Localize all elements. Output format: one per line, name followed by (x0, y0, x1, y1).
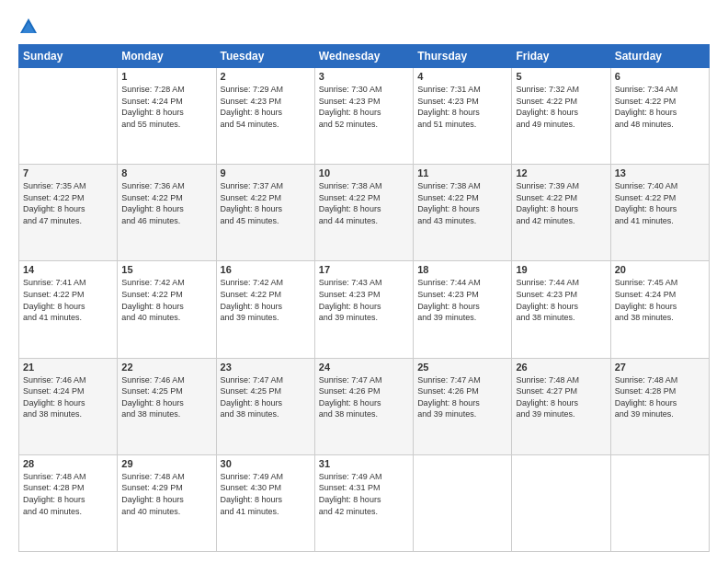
day-number: 26 (516, 362, 606, 373)
day-cell: 12Sunrise: 7:39 AM Sunset: 4:22 PM Dayli… (512, 165, 610, 261)
day-info: Sunrise: 7:42 AM Sunset: 4:22 PM Dayligh… (121, 277, 211, 323)
day-cell: 2Sunrise: 7:29 AM Sunset: 4:23 PM Daylig… (216, 68, 314, 165)
day-info: Sunrise: 7:44 AM Sunset: 4:23 PM Dayligh… (417, 277, 507, 323)
day-number: 1 (121, 71, 211, 82)
day-number: 23 (221, 362, 311, 373)
day-cell: 13Sunrise: 7:40 AM Sunset: 4:22 PM Dayli… (610, 165, 709, 261)
day-info: Sunrise: 7:34 AM Sunset: 4:22 PM Dayligh… (615, 84, 705, 130)
header (18, 17, 710, 37)
day-info: Sunrise: 7:47 AM Sunset: 4:26 PM Dayligh… (417, 374, 507, 420)
day-number: 12 (516, 167, 606, 178)
day-cell: 29Sunrise: 7:48 AM Sunset: 4:29 PM Dayli… (118, 454, 216, 551)
calendar-page: SundayMondayTuesdayWednesdayThursdayFrid… (0, 0, 728, 563)
day-cell: 11Sunrise: 7:38 AM Sunset: 4:22 PM Dayli… (414, 165, 512, 261)
day-info: Sunrise: 7:36 AM Sunset: 4:22 PM Dayligh… (121, 180, 211, 226)
day-cell (414, 454, 512, 551)
day-number: 7 (23, 167, 113, 178)
day-info: Sunrise: 7:48 AM Sunset: 4:27 PM Dayligh… (516, 374, 606, 420)
day-number: 20 (615, 264, 705, 275)
day-cell: 28Sunrise: 7:48 AM Sunset: 4:28 PM Dayli… (19, 454, 118, 551)
week-row-0: 1Sunrise: 7:28 AM Sunset: 4:24 PM Daylig… (19, 68, 710, 165)
day-cell: 17Sunrise: 7:43 AM Sunset: 4:23 PM Dayli… (314, 261, 413, 358)
day-cell: 30Sunrise: 7:49 AM Sunset: 4:30 PM Dayli… (216, 454, 314, 551)
day-cell: 3Sunrise: 7:30 AM Sunset: 4:23 PM Daylig… (314, 68, 413, 165)
day-info: Sunrise: 7:39 AM Sunset: 4:22 PM Dayligh… (516, 180, 606, 226)
day-cell: 20Sunrise: 7:45 AM Sunset: 4:24 PM Dayli… (610, 261, 709, 358)
day-info: Sunrise: 7:29 AM Sunset: 4:23 PM Dayligh… (221, 84, 311, 130)
day-cell: 7Sunrise: 7:35 AM Sunset: 4:22 PM Daylig… (19, 165, 118, 261)
day-number: 29 (121, 458, 211, 469)
day-number: 27 (615, 362, 705, 373)
day-info: Sunrise: 7:38 AM Sunset: 4:22 PM Dayligh… (417, 180, 507, 226)
day-number: 17 (319, 264, 409, 275)
day-cell: 21Sunrise: 7:46 AM Sunset: 4:24 PM Dayli… (19, 358, 118, 454)
day-cell: 25Sunrise: 7:47 AM Sunset: 4:26 PM Dayli… (414, 358, 512, 454)
day-cell: 27Sunrise: 7:48 AM Sunset: 4:28 PM Dayli… (610, 358, 709, 454)
header-cell-monday: Monday (118, 45, 216, 68)
day-number: 19 (516, 264, 606, 275)
day-info: Sunrise: 7:47 AM Sunset: 4:25 PM Dayligh… (221, 374, 311, 420)
day-number: 31 (319, 458, 409, 469)
day-number: 24 (319, 362, 409, 373)
day-number: 5 (516, 71, 606, 82)
day-info: Sunrise: 7:45 AM Sunset: 4:24 PM Dayligh… (615, 277, 705, 323)
day-cell: 16Sunrise: 7:42 AM Sunset: 4:22 PM Dayli… (216, 261, 314, 358)
day-info: Sunrise: 7:48 AM Sunset: 4:28 PM Dayligh… (615, 374, 705, 420)
day-number: 22 (121, 362, 211, 373)
day-info: Sunrise: 7:28 AM Sunset: 4:24 PM Dayligh… (121, 84, 211, 130)
day-number: 8 (121, 167, 211, 178)
day-cell: 22Sunrise: 7:46 AM Sunset: 4:25 PM Dayli… (118, 358, 216, 454)
day-cell: 9Sunrise: 7:37 AM Sunset: 4:22 PM Daylig… (216, 165, 314, 261)
header-cell-tuesday: Tuesday (216, 45, 314, 68)
day-number: 9 (221, 167, 311, 178)
day-number: 16 (221, 264, 311, 275)
logo-icon (18, 17, 39, 37)
day-number: 15 (121, 264, 211, 275)
day-info: Sunrise: 7:49 AM Sunset: 4:30 PM Dayligh… (221, 471, 311, 517)
day-number: 2 (221, 71, 311, 82)
day-number: 11 (417, 167, 507, 178)
day-cell: 19Sunrise: 7:44 AM Sunset: 4:23 PM Dayli… (512, 261, 610, 358)
day-info: Sunrise: 7:42 AM Sunset: 4:22 PM Dayligh… (221, 277, 311, 323)
day-info: Sunrise: 7:31 AM Sunset: 4:23 PM Dayligh… (417, 84, 507, 130)
day-cell: 5Sunrise: 7:32 AM Sunset: 4:22 PM Daylig… (512, 68, 610, 165)
week-row-2: 14Sunrise: 7:41 AM Sunset: 4:22 PM Dayli… (19, 261, 710, 358)
day-cell: 10Sunrise: 7:38 AM Sunset: 4:22 PM Dayli… (314, 165, 413, 261)
week-row-1: 7Sunrise: 7:35 AM Sunset: 4:22 PM Daylig… (19, 165, 710, 261)
day-info: Sunrise: 7:47 AM Sunset: 4:26 PM Dayligh… (319, 374, 409, 420)
day-info: Sunrise: 7:37 AM Sunset: 4:22 PM Dayligh… (221, 180, 311, 226)
day-number: 28 (23, 458, 113, 469)
day-cell (610, 454, 709, 551)
day-info: Sunrise: 7:30 AM Sunset: 4:23 PM Dayligh… (319, 84, 409, 130)
header-cell-friday: Friday (512, 45, 610, 68)
day-number: 4 (417, 71, 507, 82)
day-cell (19, 68, 118, 165)
day-info: Sunrise: 7:38 AM Sunset: 4:22 PM Dayligh… (319, 180, 409, 226)
day-cell: 6Sunrise: 7:34 AM Sunset: 4:22 PM Daylig… (610, 68, 709, 165)
day-info: Sunrise: 7:40 AM Sunset: 4:22 PM Dayligh… (615, 180, 705, 226)
day-cell: 24Sunrise: 7:47 AM Sunset: 4:26 PM Dayli… (314, 358, 413, 454)
day-cell: 14Sunrise: 7:41 AM Sunset: 4:22 PM Dayli… (19, 261, 118, 358)
day-info: Sunrise: 7:41 AM Sunset: 4:22 PM Dayligh… (23, 277, 113, 323)
day-info: Sunrise: 7:44 AM Sunset: 4:23 PM Dayligh… (516, 277, 606, 323)
day-cell: 8Sunrise: 7:36 AM Sunset: 4:22 PM Daylig… (118, 165, 216, 261)
header-cell-wednesday: Wednesday (314, 45, 413, 68)
week-row-4: 28Sunrise: 7:48 AM Sunset: 4:28 PM Dayli… (19, 454, 710, 551)
day-number: 30 (221, 458, 311, 469)
header-cell-thursday: Thursday (414, 45, 512, 68)
day-cell: 26Sunrise: 7:48 AM Sunset: 4:27 PM Dayli… (512, 358, 610, 454)
day-number: 13 (615, 167, 705, 178)
header-row: SundayMondayTuesdayWednesdayThursdayFrid… (19, 45, 710, 68)
day-number: 21 (23, 362, 113, 373)
day-number: 3 (319, 71, 409, 82)
day-info: Sunrise: 7:46 AM Sunset: 4:25 PM Dayligh… (121, 374, 211, 420)
week-row-3: 21Sunrise: 7:46 AM Sunset: 4:24 PM Dayli… (19, 358, 710, 454)
day-number: 10 (319, 167, 409, 178)
day-number: 18 (417, 264, 507, 275)
day-info: Sunrise: 7:49 AM Sunset: 4:31 PM Dayligh… (319, 471, 409, 517)
header-cell-saturday: Saturday (610, 45, 709, 68)
logo (18, 17, 42, 37)
day-number: 14 (23, 264, 113, 275)
day-cell: 15Sunrise: 7:42 AM Sunset: 4:22 PM Dayli… (118, 261, 216, 358)
day-info: Sunrise: 7:48 AM Sunset: 4:28 PM Dayligh… (23, 471, 113, 517)
